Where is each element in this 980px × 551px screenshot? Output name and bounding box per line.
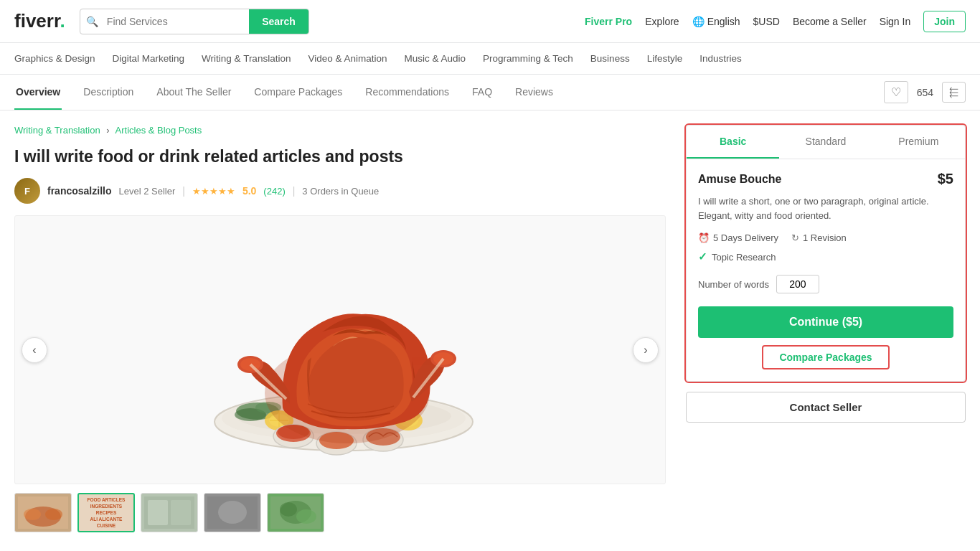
- nav-video-animation[interactable]: Video & Animation: [308, 53, 387, 64]
- breadcrumb-child[interactable]: Articles & Blog Posts: [116, 125, 202, 136]
- search-icon: 🔍: [80, 16, 104, 27]
- carousel-main-image: [14, 215, 666, 484]
- tab-faq[interactable]: FAQ: [471, 75, 494, 110]
- nav-writing-translation[interactable]: Writing & Translation: [202, 53, 291, 64]
- seller-name[interactable]: francosalzillo: [47, 185, 111, 197]
- thumbnail-2[interactable]: FOOD ARTICLESINGREDIENTSRECIPESALI ALICA…: [77, 493, 135, 532]
- nav-digital-marketing[interactable]: Digital Marketing: [113, 53, 185, 64]
- thumbnail-3[interactable]: [141, 493, 198, 532]
- gig-title: I will write food or drink related artic…: [14, 146, 666, 168]
- tab-compare-packages[interactable]: Compare Packages: [253, 75, 344, 110]
- svg-point-39: [296, 509, 316, 524]
- package-tab-standard[interactable]: Standard: [779, 126, 872, 159]
- divider-2: |: [293, 185, 296, 197]
- svg-point-28: [24, 509, 41, 520]
- search-bar: 🔍 Search: [80, 9, 309, 34]
- language-label: English: [707, 16, 740, 27]
- nav-lifestyle[interactable]: Lifestyle: [647, 53, 683, 64]
- package-description: I will write a short, one or two paragra…: [698, 194, 953, 222]
- favorite-button[interactable]: ♡: [884, 81, 908, 103]
- compare-packages-wrapper: Compare Packages: [698, 345, 953, 369]
- seller-level: Level 2 Seller: [118, 186, 175, 197]
- header-nav: Fiverr Pro Explore 🌐 English $USD Become…: [585, 11, 966, 32]
- share-button[interactable]: ⬱: [942, 82, 966, 103]
- revisions-feature: ↻ 1 Revision: [791, 232, 847, 243]
- food-illustration: [154, 221, 527, 479]
- tab-about-seller[interactable]: About The Seller: [155, 75, 232, 110]
- contact-seller-button[interactable]: Contact Seller: [686, 392, 966, 423]
- topic-research-feature: ✓ Topic Research: [698, 250, 953, 263]
- fiverr-pro-link[interactable]: Fiverr Pro: [585, 16, 632, 27]
- become-seller-link[interactable]: Become a Seller: [793, 16, 867, 27]
- gig-tab-bar: Overview Description About The Seller Co…: [0, 75, 980, 110]
- delivery-feature: ⏰ 5 Days Delivery: [698, 232, 778, 243]
- image-carousel: ‹ ›: [14, 215, 666, 484]
- check-icon: ✓: [698, 250, 707, 263]
- package-tabs: Basic Standard Premium: [687, 126, 965, 159]
- delivery-text: 5 Days Delivery: [713, 232, 778, 243]
- carousel-next-button[interactable]: ›: [633, 337, 659, 363]
- globe-icon: 🌐: [692, 16, 705, 27]
- svg-rect-32: [171, 500, 191, 525]
- package-tab-premium[interactable]: Premium: [872, 126, 965, 159]
- nav-programming-tech[interactable]: Programming & Tech: [483, 53, 573, 64]
- tab-overview[interactable]: Overview: [14, 75, 62, 110]
- reviews-count: (242): [263, 186, 285, 197]
- currency-selector[interactable]: $USD: [753, 16, 780, 27]
- explore-link[interactable]: Explore: [645, 16, 679, 27]
- nav-music-audio[interactable]: Music & Audio: [405, 53, 466, 64]
- package-box: Basic Standard Premium Amuse Bouche $5 I…: [686, 125, 966, 382]
- clock-icon: ⏰: [698, 232, 710, 243]
- thumbnail-5[interactable]: [267, 493, 324, 532]
- seller-info: F francosalzillo Level 2 Seller | ★★★★★ …: [14, 178, 666, 204]
- svg-point-38: [280, 502, 297, 517]
- package-price: $5: [938, 171, 953, 187]
- logo[interactable]: fiverr.: [14, 10, 65, 32]
- breadcrumb-root[interactable]: Writing & Translation: [14, 125, 100, 136]
- tab-description[interactable]: Description: [82, 75, 135, 110]
- svg-point-35: [218, 501, 247, 524]
- package-name-price: Amuse Bouche $5: [698, 171, 953, 187]
- nav-business[interactable]: Business: [590, 53, 630, 64]
- right-column: Basic Standard Premium Amuse Bouche $5 I…: [686, 125, 966, 532]
- refresh-icon: ↻: [791, 232, 799, 243]
- thumbnail-1[interactable]: [14, 493, 72, 532]
- rating-value: 5.0: [242, 185, 256, 197]
- thumbnail-4[interactable]: [204, 493, 261, 532]
- stars-icon: ★★★★★: [192, 186, 235, 197]
- words-row: Number of words: [698, 275, 953, 293]
- package-features-row: ⏰ 5 Days Delivery ↻ 1 Revision: [698, 232, 953, 243]
- breadcrumb: Writing & Translation › Articles & Blog …: [14, 125, 666, 136]
- avatar[interactable]: F: [14, 178, 40, 204]
- main-content: Writing & Translation › Articles & Blog …: [0, 110, 980, 547]
- package-name: Amuse Bouche: [698, 173, 781, 186]
- join-button[interactable]: Join: [923, 11, 966, 32]
- carousel-prev-button[interactable]: ‹: [22, 337, 47, 363]
- language-selector[interactable]: 🌐 English: [692, 16, 740, 27]
- carousel-thumbnails: FOOD ARTICLESINGREDIENTSRECIPESALI ALICA…: [14, 493, 666, 532]
- topic-research-label: Topic Research: [712, 252, 776, 263]
- divider-1: |: [182, 185, 185, 197]
- search-input[interactable]: [104, 10, 249, 33]
- search-button[interactable]: Search: [249, 9, 308, 34]
- package-tab-basic[interactable]: Basic: [687, 126, 779, 159]
- tab-actions: ♡ 654 ⬱: [884, 81, 966, 103]
- left-column: Writing & Translation › Articles & Blog …: [14, 125, 666, 532]
- likes-count: 654: [917, 87, 933, 98]
- nav-graphics-design[interactable]: Graphics & Design: [14, 53, 95, 64]
- package-content: Amuse Bouche $5 I will write a short, on…: [687, 159, 965, 381]
- header: fiverr. 🔍 Search Fiverr Pro Explore 🌐 En…: [0, 0, 980, 43]
- revisions-text: 1 Revision: [803, 232, 847, 243]
- breadcrumb-separator: ›: [106, 125, 109, 136]
- continue-button[interactable]: Continue ($5): [698, 306, 953, 338]
- orders-queue: 3 Orders in Queue: [302, 186, 379, 197]
- svg-rect-31: [148, 500, 168, 525]
- words-input[interactable]: [776, 275, 819, 293]
- compare-packages-button[interactable]: Compare Packages: [762, 345, 889, 369]
- tab-reviews[interactable]: Reviews: [514, 75, 555, 110]
- sign-in-link[interactable]: Sign In: [880, 16, 911, 27]
- tab-recommendations[interactable]: Recommendations: [364, 75, 451, 110]
- category-nav: Graphics & Design Digital Marketing Writ…: [0, 43, 980, 75]
- svg-point-29: [45, 509, 62, 520]
- nav-industries[interactable]: Industries: [699, 53, 742, 64]
